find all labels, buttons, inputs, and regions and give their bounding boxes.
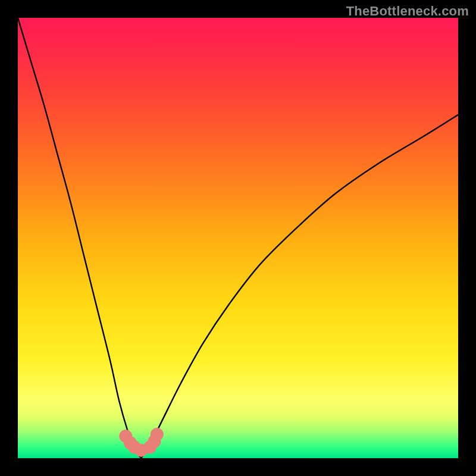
bottleneck-chart	[18, 18, 458, 458]
watermark-text: TheBottleneck.com	[346, 4, 469, 19]
plot-area	[18, 18, 458, 458]
gradient-background	[18, 18, 458, 458]
data-marker	[151, 428, 164, 441]
chart-frame: TheBottleneck.com	[0, 0, 476, 476]
